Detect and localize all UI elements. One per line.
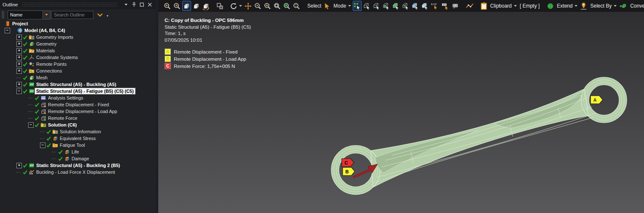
tree-row[interactable]: −Model (A4, B4, C4) [0,27,156,34]
tree-connector [52,155,57,162]
tree-row[interactable]: Equivalent Stress [0,135,156,142]
tree-row[interactable]: +Connections [0,67,156,74]
zoom-icon[interactable] [253,1,262,11]
select-by-icon[interactable] [579,1,588,11]
tree-row[interactable]: +Geometry Imports [0,34,156,40]
expander-minus-icon[interactable]: − [5,27,10,34]
tree-row[interactable]: Project [0,20,156,27]
legend-label: Remote Force: 1,75e+005 N [174,64,235,69]
legend-item: ARemote Displacement - Fixed [165,48,246,55]
expander-plus-icon[interactable]: + [16,67,22,74]
dropdown-chevron-icon[interactable] [574,5,578,7]
tree-row[interactable]: +Geometry [0,40,156,47]
tree-row[interactable]: iSolution Information [0,128,156,135]
close-icon[interactable] [146,1,153,8]
expander-plus-icon[interactable]: + [16,54,22,61]
tree-row[interactable]: Remote Force [0,115,156,121]
dropdown-chevron-icon[interactable] [348,5,351,7]
panel-menu-chevron-icon[interactable] [122,1,129,8]
expander-plus-icon[interactable]: + [16,34,22,40]
pin-icon[interactable] [130,1,137,8]
dropdown-chevron-icon[interactable] [239,5,242,7]
tree-row[interactable]: Remote Displacement - Fixed [0,101,156,108]
clipboard-icon[interactable] [480,1,488,11]
expander-plus-icon[interactable]: + [16,47,22,54]
mode-multiselect-icon[interactable] [353,1,362,11]
select-label[interactable]: Select [307,3,321,9]
pick-coordinates-icon[interactable]: X,Y,Z [430,1,440,11]
tree-row[interactable]: +Remote Points [0,61,156,67]
tree-row[interactable]: +Materials [0,47,156,54]
dropdown-chevron-icon[interactable] [514,5,517,7]
view-shaded-icon[interactable] [192,1,201,11]
result-header: C: Copy of Buckling - OPC 596mm Static S… [165,17,251,43]
tree-row[interactable]: Mesh [0,74,156,81]
zoom-previous-icon[interactable] [163,1,172,11]
tree-row[interactable]: −Static Structural (A5) - Fatigue (B5) (… [0,88,156,94]
expander-minus-icon[interactable]: − [28,121,34,128]
zoom-box-icon[interactable] [273,1,282,11]
filter-field-combobox[interactable]: Name [8,11,51,19]
convert-label[interactable]: Convert [630,3,644,9]
tree-row[interactable]: −Fatigue Tool [0,142,156,148]
expander-minus-icon[interactable]: − [16,88,22,94]
expander-plus-icon[interactable]: + [16,162,22,169]
clipboard-empty-status: [ Empty ] [520,3,540,9]
titlebar-texture [22,2,117,7]
select-cursor-icon[interactable] [323,1,331,11]
expand-search-chevron-icon[interactable] [97,11,103,19]
select-element-icon[interactable] [420,1,429,11]
tree-row[interactable]: −Solution (C6) [0,121,156,128]
pan-icon[interactable] [244,1,253,11]
extend-label[interactable]: Extend [557,3,572,9]
view-isometric-icon[interactable] [182,1,191,11]
clipboard-label[interactable]: Clipboard [490,3,511,9]
filter-options-arrow-icon[interactable] [106,11,109,19]
zoom-fit-icon[interactable] [282,1,291,11]
select-body-icon[interactable] [391,1,400,11]
expander-plus-icon[interactable]: + [16,81,22,88]
solution-icon [40,121,47,128]
select-vertex-icon[interactable] [362,1,371,11]
check-icon [34,101,40,108]
search-input[interactable] [51,11,93,19]
tree-row[interactable]: +Coordinate Systems [0,54,156,61]
part-connecting-rod[interactable] [331,77,627,194]
dropdown-chevron-icon[interactable] [613,5,617,7]
maximize-icon[interactable] [138,1,145,8]
select-element-face-icon[interactable] [411,1,420,11]
tree-row[interactable]: +Static Structural (A5) - Buckling (A5) [0,81,156,88]
tree-row[interactable]: +Static Structural (A5) - Buckling 2 (B5… [0,162,156,169]
expander-plus-icon[interactable]: + [16,40,22,47]
tree-row[interactable]: Life [0,148,156,155]
copy-viewport-icon[interactable] [216,1,224,11]
comment-icon[interactable]: AB [451,1,460,11]
chart-probe-icon[interactable] [465,1,475,11]
expander-minus-icon[interactable]: − [40,142,45,148]
tree-row-label: Solution (C6) [47,122,78,128]
combobox-chevron-icon[interactable] [43,11,50,19]
tree-row[interactable]: Remote Displacement - Load App [0,108,156,115]
mode-label[interactable]: Mode [333,3,346,9]
zoom-extents-icon[interactable] [292,1,301,11]
select-face-icon[interactable] [382,1,391,11]
graphics-viewport[interactable]: ACB C: Copy of Buckling - OPC 596mm Stat… [158,12,644,213]
select-by-label[interactable]: Select By [590,3,612,9]
expander-plus-icon[interactable]: + [16,61,22,67]
tree-connector [52,148,57,155]
select-node-icon[interactable] [401,1,410,11]
zoom-in-icon[interactable] [263,1,272,11]
tree-row-label: Damage [70,156,90,162]
part-body[interactable] [331,77,627,194]
tree-row[interactable]: Buckling - Load Force X Displacement [0,169,156,175]
convert-icon[interactable] [618,1,628,11]
extend-icon[interactable] [546,1,555,11]
tree-row[interactable]: Analysis Settings [0,94,156,101]
select-edge-icon[interactable] [372,1,381,11]
view-orientation-icon[interactable] [202,1,210,11]
flag-B: B [343,167,355,175]
rotate-icon[interactable] [229,1,238,11]
zoom-next-icon[interactable] [173,1,181,11]
tree-row[interactable]: Damage [0,155,156,162]
pick-annotation-icon[interactable]: 1☐ [441,1,450,11]
